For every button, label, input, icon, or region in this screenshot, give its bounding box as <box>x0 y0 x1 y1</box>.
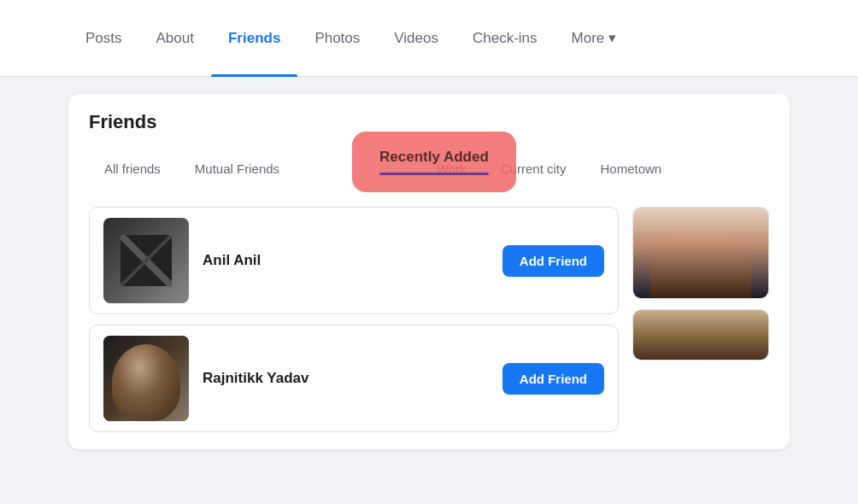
friend-item-right-2 <box>632 309 769 360</box>
friends-row: Anil Anil Add Friend Rajnitikk Yadav Add… <box>89 207 769 432</box>
friend-item-right-1 <box>632 207 769 299</box>
nav-friends[interactable]: Friends <box>211 0 297 77</box>
friend-item-anil: Anil Anil Add Friend <box>89 207 619 314</box>
avatar-image-rajnitikk <box>103 336 189 421</box>
friend-item-rajnitikk: Rajnitikk Yadav Add Friend <box>89 325 619 432</box>
right-avatar-image-2 <box>633 310 768 360</box>
nav-photos[interactable]: Photos <box>297 0 377 77</box>
tab-work[interactable]: Work <box>421 155 482 183</box>
tab-all-friends[interactable]: All friends <box>89 155 176 183</box>
avatar-rajnitikk <box>103 336 189 421</box>
friend-list-left: Anil Anil Add Friend Rajnitikk Yadav Add… <box>89 207 619 432</box>
nav-more[interactable]: More ▾ <box>555 0 633 77</box>
friend-name-anil: Anil Anil <box>203 252 489 269</box>
main-content: Friends All friends Mutual Friends Work … <box>0 77 858 466</box>
right-avatar-1 <box>633 208 768 298</box>
nav-checkins[interactable]: Check-ins <box>455 0 555 77</box>
add-friend-button-anil[interactable]: Add Friend <box>502 245 604 277</box>
nav-about[interactable]: About <box>139 0 211 77</box>
tab-mutual-friends[interactable]: Mutual Friends <box>179 155 295 183</box>
friends-card: Friends All friends Mutual Friends Work … <box>68 94 790 449</box>
friend-name-rajnitikk: Rajnitikk Yadav <box>203 370 489 387</box>
nav-videos[interactable]: Videos <box>377 0 455 77</box>
tab-current-city[interactable]: Current city <box>485 155 582 183</box>
avatar-anil <box>103 218 189 303</box>
person-silhouette-icon <box>120 235 172 286</box>
nav-posts[interactable]: Posts <box>68 0 139 77</box>
avatar-image-anil <box>103 218 189 303</box>
top-navigation: Posts About Friends Photos Videos Check-… <box>0 0 858 77</box>
filter-tabs: All friends Mutual Friends Work Current … <box>89 147 769 190</box>
friend-list-right <box>632 207 769 432</box>
friends-title: Friends <box>89 111 769 133</box>
right-avatar-2 <box>633 310 768 360</box>
right-avatar-image-1 <box>633 208 768 298</box>
tab-hometown[interactable]: Hometown <box>585 155 678 183</box>
add-friend-button-rajnitikk[interactable]: Add Friend <box>502 363 604 395</box>
